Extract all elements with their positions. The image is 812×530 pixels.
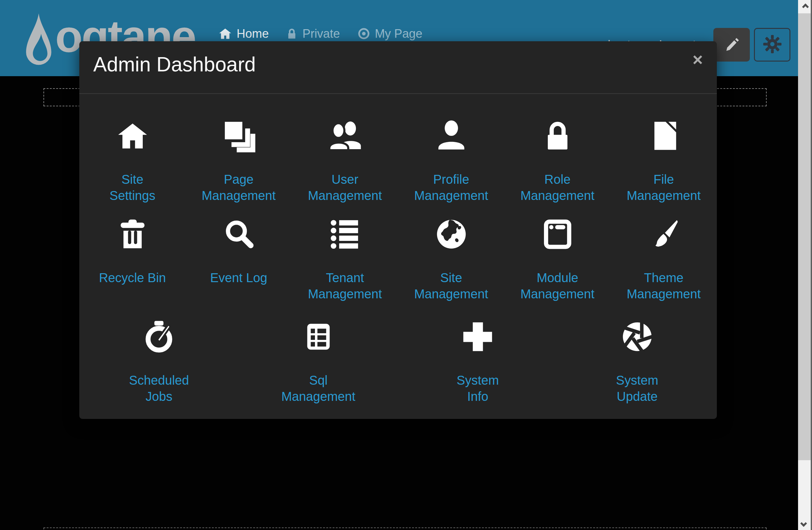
tile-recycle-bin[interactable]: Recycle Bin (79, 217, 186, 302)
globe-icon (435, 217, 468, 252)
tile-theme-management[interactable]: ThemeManagement (611, 217, 717, 302)
empty-pane-placeholder-bottom (43, 528, 767, 530)
aperture-icon (620, 319, 654, 354)
nav-item-label: Home (237, 27, 269, 41)
tile-label: SqlManagement (281, 372, 355, 405)
tile-page-management[interactable]: PageManagement (186, 119, 292, 204)
tile-label: ProfileManagement (414, 171, 488, 204)
modal-header: Admin Dashboard × (79, 41, 717, 94)
tile-label: SystemUpdate (616, 372, 658, 405)
nav-item-private[interactable]: Private (286, 27, 340, 41)
scroll-up-button[interactable] (798, 0, 811, 13)
lock-icon (286, 28, 298, 40)
tile-label: ModuleManagement (521, 270, 594, 302)
nav-item-label: Private (302, 27, 340, 41)
module-window-icon (541, 217, 575, 252)
tile-role-management[interactable]: RoleManagement (504, 119, 611, 204)
modal-body: SiteSettings PageManagement (79, 94, 717, 405)
sql-table-icon (302, 319, 335, 354)
nav-item-label: My Page (375, 27, 422, 41)
tile-label: RoleManagement (521, 171, 594, 204)
file-icon (647, 119, 681, 153)
users-icon (328, 119, 362, 153)
page-settings-button[interactable] (754, 28, 791, 61)
tile-site-settings[interactable]: SiteSettings (79, 119, 186, 204)
tile-label: ScheduledJobs (129, 372, 189, 405)
list-icon (328, 217, 362, 252)
home-icon (218, 27, 232, 41)
pages-icon (222, 119, 256, 153)
tile-module-management[interactable]: ModuleManagement (504, 217, 611, 302)
admin-dashboard-modal: Admin Dashboard × SiteSettings (79, 41, 717, 419)
tile-row-1: SiteSettings PageManagement (79, 119, 717, 204)
nav-item-home[interactable]: Home (218, 27, 269, 41)
lock-icon (541, 119, 575, 153)
tile-profile-management[interactable]: ProfileManagement (398, 119, 504, 204)
tile-label: ThemeManagement (627, 270, 701, 302)
tile-label: PageManagement (202, 171, 276, 204)
scroll-down-button[interactable] (798, 517, 811, 530)
tile-label: SiteManagement (414, 270, 488, 302)
close-icon[interactable]: × (693, 51, 703, 69)
gear-icon (763, 34, 782, 55)
edit-mode-button[interactable] (713, 28, 750, 61)
tile-label: Recycle Bin (99, 270, 166, 286)
tile-sql-management[interactable]: SqlManagement (239, 319, 398, 405)
tile-row-2: Recycle Bin Event Log (79, 217, 717, 302)
main-nav: Home Private My Page (218, 27, 422, 41)
home-icon (116, 119, 149, 153)
oqtane-drop-logo-icon (24, 11, 53, 75)
vertical-scrollbar[interactable] (798, 0, 812, 530)
tile-scheduled-jobs[interactable]: ScheduledJobs (79, 319, 239, 405)
tile-label: SystemInfo (457, 372, 499, 405)
brush-icon (647, 217, 681, 252)
tile-system-info[interactable]: SystemInfo (398, 319, 557, 405)
person-icon (435, 119, 468, 153)
tile-user-management[interactable]: UserManagement (292, 119, 398, 204)
chevron-down-icon (800, 520, 807, 527)
tile-label: SiteSettings (110, 171, 156, 204)
tile-tenant-management[interactable]: TenantManagement (292, 217, 398, 302)
tile-event-log[interactable]: Event Log (186, 217, 292, 302)
chevron-up-icon (802, 3, 809, 10)
plus-icon (461, 319, 494, 354)
tile-system-update[interactable]: SystemUpdate (557, 319, 717, 405)
trash-icon (116, 217, 149, 252)
tile-label: UserManagement (308, 171, 382, 204)
tile-label: Event Log (210, 270, 267, 286)
timer-icon (142, 319, 176, 354)
search-icon (222, 217, 256, 252)
target-icon (357, 27, 371, 40)
modal-title: Admin Dashboard (93, 53, 256, 76)
tile-row-3: ScheduledJobs SqlManagement (79, 319, 717, 405)
tile-label: FileManagement (627, 171, 701, 204)
nav-item-my-page[interactable]: My Page (357, 27, 422, 41)
scrollbar-thumb[interactable] (798, 13, 811, 460)
tile-site-management[interactable]: SiteManagement (398, 217, 504, 302)
tile-label: TenantManagement (308, 270, 382, 302)
tile-file-management[interactable]: FileManagement (611, 119, 717, 204)
pencil-icon (723, 35, 741, 55)
